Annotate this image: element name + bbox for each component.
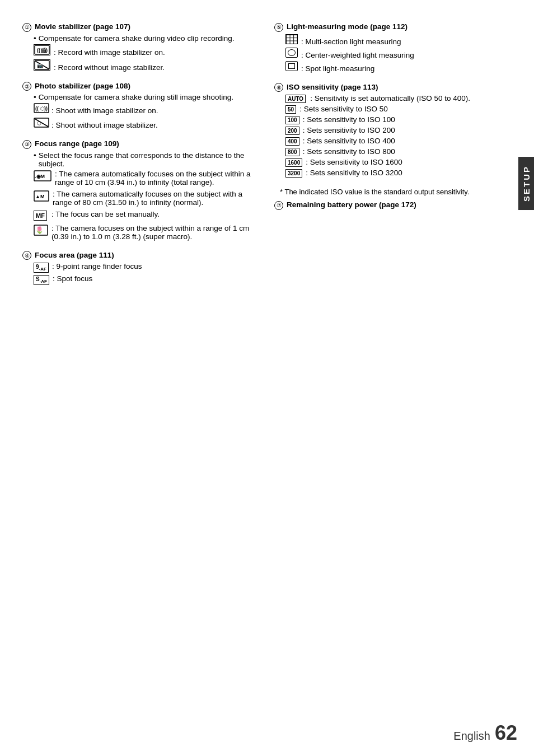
iso-3200-icon: 3200 (285, 169, 303, 178)
item-text: Select the focus range that corresponds … (39, 151, 263, 168)
circle-num-6: ⑥ (274, 83, 283, 92)
svg-text:)): )) (44, 48, 48, 53)
item-text: : Center-weighted light measuring (301, 51, 414, 59)
svg-text:)): )) (44, 106, 48, 111)
circle-num-5: ⑤ (274, 23, 283, 32)
iso-100-icon: 100 (285, 116, 301, 124)
svg-text:🌷: 🌷 (35, 226, 44, 234)
item-text: Compensate for camera shake during still… (39, 93, 233, 101)
list-item: .◉M : The camera automatically focuses o… (34, 170, 263, 186)
section-focus-area: ④ Focus area (page 111) 9-AF : 9-point r… (22, 251, 263, 286)
list-item: 200 : Sets sensitivity to ISO 200 (285, 126, 517, 135)
svg-text:📷: 📷 (37, 62, 44, 69)
bullet-dot: • (34, 151, 36, 160)
svg-text:.◉M: .◉M (35, 174, 45, 179)
section-3-title: ③ Focus range (page 109) (22, 139, 263, 149)
list-item: : Center-weighted light measuring (285, 48, 517, 59)
section-4-title: ④ Focus area (page 111) (22, 251, 263, 260)
item-text: : Sets sensitivity to ISO 50 (299, 105, 388, 113)
list-item: 3200 : Sets sensitivity to ISO 3200 (285, 169, 517, 178)
section-2-title: ② Photo stabilizer (page 108) (22, 82, 263, 91)
center-weighted-icon (285, 48, 299, 58)
section-4-body: 9-AF : 9-point range finder focus S-AF :… (22, 262, 263, 285)
stabilizer-off-icon: 📷 (34, 59, 51, 71)
section-focus-range: ③ Focus range (page 109) • Select the fo… (22, 139, 263, 241)
circle-num-2: ② (22, 82, 31, 91)
item-text: : The camera automatically focuses on th… (54, 170, 263, 186)
list-item: MF : The focus can be set manually. (34, 210, 263, 221)
list-item: 800 : Sets sensitivity to ISO 800 (285, 147, 517, 156)
item-text: Compensate for camera shake during video… (39, 34, 235, 43)
bullet-dot: • (34, 93, 36, 101)
section-1-title: ① Movie stabilizer (page 107) (22, 22, 263, 32)
spot-metering-icon (285, 61, 299, 71)
saf-icon: S-AF (34, 275, 50, 285)
grid-metering-icon (285, 34, 299, 44)
item-text: : Record without image stabilizer. (54, 63, 165, 72)
section-battery: ⑦ Remaining battery power (page 172) (274, 200, 517, 210)
list-item: ▲M : The camera automatically focuses on… (34, 190, 263, 207)
list-item: : Multi-section light measuring (285, 34, 517, 46)
page-footer: English 62 (453, 721, 517, 745)
item-text: : Sets sensitivity to ISO 800 (303, 147, 395, 156)
item-text: : The camera focuses on the subject with… (50, 224, 263, 241)
iso-200-icon: 200 (285, 127, 301, 135)
focus-wide-icon: .◉M (34, 170, 51, 181)
item-text: : Shoot with image stabilizer on. (51, 106, 158, 115)
svg-text:▲M: ▲M (35, 194, 44, 199)
list-item: 1600 : Sets sensitivity to ISO 1600 (285, 158, 517, 167)
iso-auto-icon: AUTO (285, 94, 307, 103)
item-text: : Multi-section light measuring (301, 38, 401, 46)
item-text: : Record with image stabilizer on. (54, 48, 165, 57)
9af-icon: 9-AF (34, 263, 50, 273)
iso-note: * The indicated ISO value is the standar… (274, 188, 517, 196)
list-item: 🌷 : The camera focuses on the subject wi… (34, 224, 263, 241)
item-text: : Sets sensitivity to ISO 200 (303, 126, 395, 134)
circle-num-4: ④ (22, 251, 31, 260)
section-5-title: ⑤ Light-measuring mode (page 112) (274, 22, 517, 32)
list-item: 50 : Sets sensitivity to ISO 50 (285, 105, 517, 114)
svg-text:⬡: ⬡ (37, 120, 41, 126)
circle-num-7: ⑦ (274, 201, 283, 210)
section-5-body: : Multi-section light measuring : Center… (274, 34, 517, 73)
list-item: ⬡ : Shoot without image stabilizer. (34, 118, 263, 129)
section-photo-stabilizer: ② Photo stabilizer (page 108) • Compensa… (22, 82, 263, 130)
section-light-measuring: ⑤ Light-measuring mode (page 112) : Mult… (274, 22, 517, 73)
item-text: : Sets sensitivity to ISO 1600 (306, 158, 402, 166)
circle-num-3: ③ (22, 140, 31, 149)
page-content: ① Movie stabilizer (page 107) • Compensa… (0, 0, 534, 340)
item-text: : The focus can be set manually. (50, 210, 160, 218)
list-item: AUTO : Sensitivity is set automatically … (285, 94, 517, 103)
item-text: : Sets sensitivity to ISO 3200 (306, 169, 402, 177)
item-text: : Sets sensitivity to ISO 400 (303, 137, 395, 145)
left-column: ① Movie stabilizer (page 107) • Compensa… (22, 22, 263, 295)
svg-text:((: (( (35, 106, 39, 111)
mf-icon: MF (34, 210, 48, 221)
item-text: : Spot light-measuring (301, 64, 374, 73)
setup-tab: SETUP (518, 157, 534, 210)
macro-icon: 🌷 (34, 224, 48, 236)
list-item: 400 : Sets sensitivity to ISO 400 (285, 137, 517, 146)
section-1-body: • Compensate for camera shake during vid… (22, 34, 263, 72)
iso-1600-icon: 1600 (285, 158, 303, 167)
item-text: : Sets sensitivity to ISO 100 (303, 115, 395, 124)
footer-page-number: 62 (495, 721, 517, 745)
list-item: 📷 : Record without image stabilizer. (34, 59, 263, 72)
focus-normal-icon: ▲M (34, 190, 49, 202)
footer-language-label: English (453, 730, 490, 743)
section-3-body: • Select the focus range that correspond… (22, 151, 263, 241)
list-item: 100 : Sets sensitivity to ISO 100 (285, 115, 517, 124)
section-6-body: AUTO : Sensitivity is set automatically … (274, 94, 517, 178)
section-7-title: ⑦ Remaining battery power (page 172) (274, 200, 517, 210)
list-item: S-AF : Spot focus (34, 274, 263, 285)
section-iso: ⑥ ISO sensitivity (page 113) AUTO : Sens… (274, 83, 517, 178)
list-item: : Spot light-measuring (285, 61, 517, 73)
list-item: • Select the focus range that correspond… (34, 151, 263, 168)
list-item: (( ⬡ )) : Shoot with image stabilizer on… (34, 103, 263, 115)
list-item: 9-AF : 9-point range finder focus (34, 262, 263, 273)
stabilizer-on-icon: (( 🎬 )) (34, 44, 51, 55)
item-text: : Spot focus (53, 274, 92, 283)
section-movie-stabilizer: ① Movie stabilizer (page 107) • Compensa… (22, 22, 263, 72)
shoot-stabilizer-off-icon: ⬡ (34, 118, 49, 128)
item-text: : The camera automatically focuses on th… (51, 190, 263, 207)
